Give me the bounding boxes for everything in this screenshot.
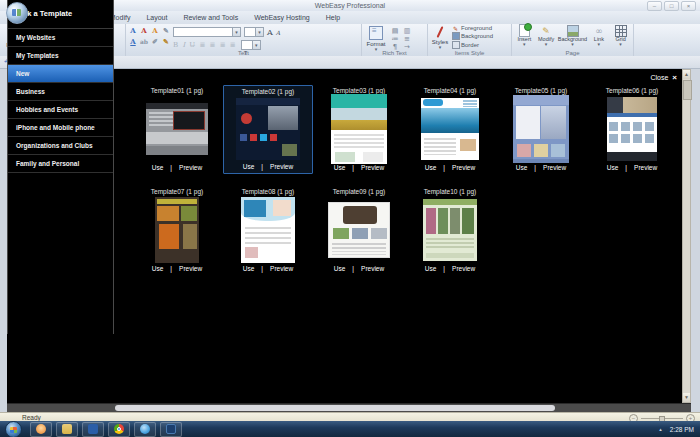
preview-link[interactable]: Preview [270, 163, 293, 170]
template-thumbnail[interactable] [607, 97, 657, 161]
preview-link[interactable]: Preview [179, 265, 202, 272]
grid-button[interactable]: Grid ▾ [611, 25, 630, 46]
close-template-panel[interactable]: Close × [650, 73, 677, 82]
vertical-scroll-thumb[interactable] [683, 80, 692, 100]
template-thumbnail[interactable] [146, 103, 208, 155]
zoom-slider[interactable] [641, 418, 683, 419]
start-button[interactable] [5, 421, 22, 437]
template-thumbnail[interactable] [421, 98, 479, 160]
close-window-icon[interactable]: × [681, 1, 696, 11]
blue-app-icon[interactable] [160, 422, 182, 437]
vertical-scrollbar[interactable]: ▲ ▼ [682, 69, 691, 403]
preview-link[interactable]: Preview [543, 164, 566, 171]
tab-review-and-tools[interactable]: Review and Tools [175, 11, 246, 24]
foreground-button[interactable]: ✎Foreground [452, 25, 493, 32]
text-style-icon[interactable]: A [150, 26, 160, 36]
page-layout-icon[interactable]: ▤ [390, 27, 400, 35]
scroll-up-icon[interactable]: ▲ [683, 70, 690, 79]
pen-icon[interactable]: ✎ [161, 26, 171, 36]
sidebar-item-my-websites[interactable]: My Websites [8, 29, 113, 47]
file-explorer-icon[interactable] [56, 422, 78, 437]
maximize-icon[interactable]: □ [664, 1, 679, 11]
template-thumbnail[interactable] [513, 95, 569, 163]
tab-webeasy-hosting[interactable]: WebEasy Hosting [246, 11, 318, 24]
eraser-icon[interactable]: ✐ [150, 37, 160, 47]
modify-button[interactable]: ✎ Modify ▾ [537, 25, 556, 46]
template-cell-template02[interactable]: Template02 (1 pg)Use|Preview [223, 85, 313, 174]
bold-italic-buttons[interactable]: B I U̶ ≣ ≣ ≣ ≣ [173, 41, 237, 49]
text-style-icon[interactable]: A [128, 26, 138, 36]
font-size-select[interactable] [244, 27, 264, 37]
chrome-icon[interactable] [108, 422, 130, 437]
preview-link[interactable]: Preview [452, 265, 475, 272]
numbered-list-icon[interactable]: ≔ [390, 35, 400, 43]
use-link[interactable]: Use [516, 164, 528, 171]
internet-explorer-icon[interactable] [134, 422, 156, 437]
template-cell-template09[interactable]: Template09 (1 pg)Use|Preview [314, 186, 404, 275]
scroll-down-icon[interactable]: ▼ [683, 393, 690, 402]
use-link[interactable]: Use [152, 265, 164, 272]
page-layout-icon[interactable]: ▥ [402, 27, 412, 35]
text-wrap-select[interactable]: T [241, 40, 261, 50]
template-cell-template05[interactable]: Template05 (1 pg)Use|Preview [496, 85, 586, 174]
template-cell-template06[interactable]: Template06 (1 pg)Use|Preview [587, 85, 677, 174]
sidebar-item-business[interactable]: Business [8, 83, 113, 101]
use-link[interactable]: Use [607, 164, 619, 171]
horizontal-scroll-thumb[interactable] [115, 405, 555, 411]
bullet-list-icon[interactable]: ≡ [402, 35, 412, 43]
preview-link[interactable]: Preview [361, 164, 384, 171]
word-app-icon[interactable] [82, 422, 104, 437]
orange-app-icon[interactable] [30, 422, 52, 437]
preview-link[interactable]: Preview [452, 164, 475, 171]
grow-font-icon[interactable]: A [267, 28, 273, 37]
use-link[interactable]: Use [243, 163, 255, 170]
use-link[interactable]: Use [425, 164, 437, 171]
sidebar-item-family-and-personal[interactable]: Family and Personal [8, 155, 113, 173]
sidebar-item-organizations-and-clubs[interactable]: Organizations and Clubs [8, 137, 113, 155]
page-background-button[interactable]: Background ▾ [559, 25, 587, 46]
preview-link[interactable]: Preview [361, 265, 384, 272]
use-link[interactable]: Use [243, 265, 255, 272]
template-thumbnail[interactable] [331, 94, 387, 164]
template-thumbnail[interactable] [423, 199, 477, 261]
border-button[interactable]: Border [452, 41, 493, 50]
link-button[interactable]: ∞ Link ▾ [590, 25, 609, 46]
template-links: Use|Preview [607, 164, 657, 171]
preview-link[interactable]: Preview [179, 164, 202, 171]
insert-button[interactable]: Insert ▾ [515, 25, 534, 46]
use-link[interactable]: Use [425, 265, 437, 272]
template-cell-template04[interactable]: Template04 (1 pg)Use|Preview [405, 85, 495, 174]
template-cell-template08[interactable]: Template08 (1 pg)Use|Preview [223, 186, 313, 275]
sidebar-item-hobbies-and-events[interactable]: Hobbies and Events [8, 101, 113, 119]
template-cell-template01[interactable]: Template01 (1 pg)Use|Preview [132, 85, 222, 174]
font-family-select[interactable] [173, 27, 241, 37]
text-style-icon[interactable]: A [139, 26, 149, 36]
template-cell-template03[interactable]: Template03 (1 pg)Use|Preview [314, 85, 404, 174]
template-thumbnail[interactable] [328, 202, 390, 258]
highlight-icon[interactable]: ✎ [161, 37, 171, 47]
template-thumbnail[interactable] [236, 98, 300, 160]
sidebar-item-my-templates[interactable]: My Templates [8, 47, 113, 65]
use-link[interactable]: Use [334, 164, 346, 171]
sidebar-item-iphone-and-mobile-phone[interactable]: iPhone and Mobile phone [8, 119, 113, 137]
template-cell-template07[interactable]: Template07 (1 pg)Use|Preview [132, 186, 222, 275]
tab-help[interactable]: Help [318, 11, 348, 24]
sidebar-item-new[interactable]: New [8, 65, 113, 83]
underline-color-icon[interactable]: A [128, 37, 138, 47]
use-link[interactable]: Use [334, 265, 346, 272]
shrink-font-icon[interactable]: A [276, 28, 280, 37]
format-button[interactable]: Format ▾ [364, 25, 388, 51]
application-menu-orb[interactable] [6, 2, 28, 24]
preview-link[interactable]: Preview [634, 164, 657, 171]
template-cell-template10[interactable]: Template10 (1 pg)Use|Preview [405, 186, 495, 275]
minimize-icon[interactable]: – [647, 1, 662, 11]
background-button[interactable]: Background [452, 32, 493, 41]
template-thumbnail[interactable] [155, 197, 199, 263]
styles-button[interactable]: Styles ▾ [430, 25, 450, 49]
use-link[interactable]: Use [152, 164, 164, 171]
template-thumbnail[interactable] [241, 197, 295, 263]
tab-layout[interactable]: Layout [138, 11, 175, 24]
preview-link[interactable]: Preview [270, 265, 293, 272]
show-hidden-icons-icon[interactable]: ▴ [659, 426, 662, 432]
lowercase-icon[interactable]: ab [139, 37, 149, 47]
